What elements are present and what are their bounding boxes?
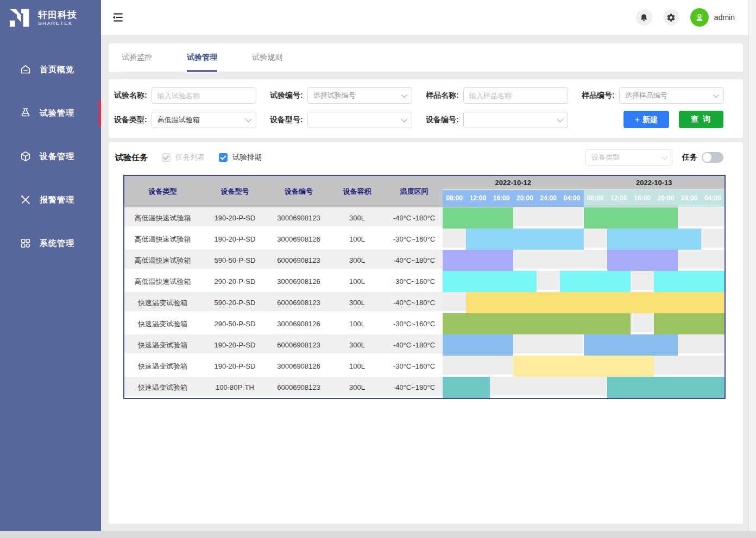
search-button[interactable]: 查 询 (679, 111, 723, 128)
time-slot-label: 12:00 (466, 190, 489, 207)
tab-试验管理[interactable]: 试验管理 (186, 43, 218, 72)
cell-capacity: 100L (329, 313, 386, 334)
cell-device-type: 快速温变试验箱 (124, 334, 201, 356)
sidebar-item-label: 首页概览 (40, 65, 74, 75)
table-row: 快速温变试验箱 290-50-P-SD 30006908126 100L -30… (124, 313, 724, 334)
gantt-bar[interactable] (443, 250, 513, 271)
gantt-bar[interactable] (584, 207, 678, 229)
cell-device-number: 60006908123 (269, 292, 329, 313)
task-list-label: 任务列表 (175, 153, 205, 162)
gantt-bar[interactable] (607, 250, 678, 271)
select-input[interactable] (463, 112, 568, 128)
time-slot-label: 20:00 (654, 190, 677, 207)
chevron-down-icon (662, 154, 667, 160)
gantt-bar[interactable] (443, 377, 490, 398)
flask-icon (20, 107, 32, 119)
username: admin (714, 13, 735, 22)
main-area: admin 试验监控试验管理试验规则 试验名称: 试验编号: 选择试验编号 样品… (101, 0, 748, 531)
time-row: 08:0012:0016:0020:0024:0004:0008:0012:00… (443, 190, 724, 207)
schedule-body: 高低温快速试验箱 190-20-P-SD 30006908123 300L -4… (124, 207, 724, 398)
field-label: 试验编号: (270, 91, 303, 100)
user-avatar[interactable] (690, 8, 709, 27)
col-header-device-type: 设备类型 (124, 187, 201, 197)
app-window: 轩田科技 SHARETEK 首页概览 试验管理 设备管理 报警管理 系统管理 (0, 0, 756, 538)
gantt-bar[interactable] (607, 229, 701, 250)
cell-capacity: 300L (329, 334, 386, 356)
gantt-bar[interactable] (443, 271, 537, 292)
filter-field: 样品名称: (426, 87, 582, 104)
grid-icon (20, 237, 32, 249)
cell-capacity: 300L (329, 250, 386, 271)
checkbox-schedule: 试验排期 (219, 153, 262, 162)
task-header: 试验任务 任务列表 试验排期 设备类型 任务 (115, 149, 736, 166)
cell-capacity: 300L (329, 207, 386, 229)
collapse-menu-icon[interactable] (111, 10, 125, 24)
gantt-lane (443, 292, 724, 313)
select-input[interactable]: 选择样品编号 (619, 87, 724, 104)
text-input[interactable] (463, 87, 568, 104)
settings-button[interactable] (663, 9, 679, 26)
cell-temp-range: -40°C~180°C (386, 292, 443, 313)
gantt-lane (443, 271, 724, 292)
sidebar-item-device[interactable]: 设备管理 (0, 143, 101, 169)
gantt-bar[interactable] (466, 292, 724, 313)
column-headers: 设备类型 设备型号 设备编号 设备容积 温度区间 (124, 176, 443, 207)
gantt-bar[interactable] (443, 313, 631, 334)
cell-temp-range: -40°C~180°C (386, 207, 443, 229)
create-button[interactable]: +新建 (623, 111, 669, 128)
time-slot-label: 24:00 (678, 190, 701, 207)
sidebar-item-label: 系统管理 (40, 238, 74, 249)
sidebar: 轩田科技 SHARETEK 首页概览 试验管理 设备管理 报警管理 系统管理 (0, 0, 101, 531)
sidebar-item-alarm[interactable]: 报警管理 (0, 187, 101, 213)
gantt-bar[interactable] (654, 271, 724, 292)
table-row: 快速温变试验箱 590-20-P-SD 60006908123 300L -40… (124, 292, 724, 313)
tab-label: 试验规则 (252, 53, 282, 62)
gantt-bar[interactable] (443, 334, 513, 356)
cell-device-number: 60006908123 (269, 377, 329, 398)
sidebar-item-system[interactable]: 系统管理 (0, 230, 101, 256)
gantt-lane (443, 313, 724, 334)
cell-device-number: 30006908126 (269, 229, 329, 250)
cell-device-type: 高低温快速试验箱 (124, 271, 201, 292)
sidebar-item-label: 试验管理 (40, 108, 74, 118)
cell-device-number: 60006908123 (269, 250, 329, 271)
task-toggle[interactable] (702, 152, 723, 163)
tab-试验监控[interactable]: 试验监控 (121, 43, 153, 72)
gantt-bar[interactable] (607, 377, 724, 398)
gantt-bar[interactable] (654, 313, 724, 334)
cell-temp-range: -40°C~180°C (386, 250, 443, 271)
select-input[interactable]: 高低温试验箱 (152, 112, 256, 128)
gantt-bar[interactable] (443, 207, 513, 229)
table-row: 高低温快速试验箱 590-50-P-SD 60006908123 300L -4… (124, 250, 724, 271)
select-input[interactable]: 选择试验编号 (307, 87, 412, 104)
cube-icon (20, 150, 32, 162)
sidebar-item-test[interactable]: 试验管理 (0, 100, 101, 126)
text-input[interactable] (152, 87, 256, 104)
tab-label: 试验管理 (187, 53, 217, 62)
tab-试验规则[interactable]: 试验规则 (251, 43, 284, 72)
section-title: 试验任务 (115, 153, 148, 163)
vertical-scrollbar[interactable] (748, 0, 756, 531)
select-input[interactable] (307, 112, 412, 128)
schedule-checkbox[interactable] (219, 153, 228, 162)
cell-device-number: 30006908126 (269, 356, 329, 377)
gantt-bar[interactable] (560, 271, 631, 292)
gantt-bar[interactable] (513, 356, 654, 377)
cell-capacity: 300L (329, 377, 386, 398)
table-row: 高低温快速试验箱 290-20-P-SD 30006908126 100L -3… (124, 271, 724, 292)
timeline-header: 2022-10-12 2022-10-13 08:0012:0016:0020:… (443, 176, 724, 207)
gear-icon (666, 13, 676, 22)
cell-temp-range: -40°C~180°C (386, 334, 443, 356)
time-slot-label: 20:00 (513, 190, 537, 207)
schedule-label: 试验排期 (232, 153, 262, 162)
device-type-select[interactable]: 设备类型 (585, 149, 672, 166)
checkbox-task-list: 任务列表 (162, 153, 205, 162)
horizontal-scrollbar[interactable] (0, 531, 756, 538)
sidebar-item-home[interactable]: 首页概览 (0, 56, 101, 83)
notifications-button[interactable] (636, 9, 652, 26)
topbar: admin (101, 0, 748, 35)
gantt-bar[interactable] (466, 229, 583, 250)
gantt-bar[interactable] (584, 334, 678, 356)
cell-capacity: 100L (329, 229, 386, 250)
sidebar-menu: 首页概览 试验管理 设备管理 报警管理 系统管理 (0, 56, 101, 256)
